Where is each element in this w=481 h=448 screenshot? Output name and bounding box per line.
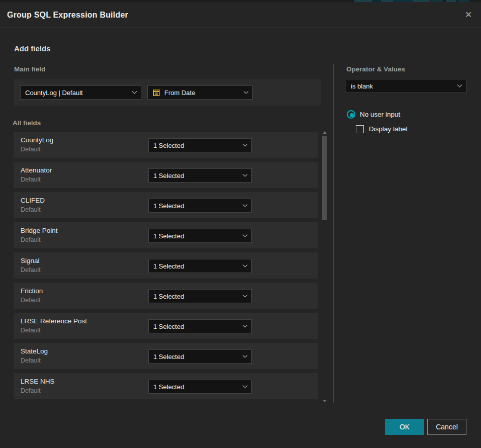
main-field-label: Main field	[14, 65, 45, 73]
field-row-statelog: StateLog Default 1 Selected	[14, 343, 318, 369]
field-selected-value: 1 Selected	[153, 232, 239, 240]
field-selected-dropdown[interactable]: 1 Selected	[148, 199, 252, 213]
dialog-header: Group SQL Expression Builder ✕	[0, 2, 481, 28]
field-selected-value: 1 Selected	[153, 383, 239, 391]
field-name: LRSE Reference Post	[21, 317, 87, 325]
operator-value: is blank	[351, 82, 454, 90]
no-user-input-radio[interactable]	[347, 110, 355, 119]
field-sublabel: Default	[21, 146, 41, 153]
chevron-down-icon	[243, 322, 248, 327]
field-row-friction: Friction Default 1 Selected	[14, 283, 318, 309]
calendar-icon	[152, 88, 160, 97]
field-name: Attenuator	[21, 166, 52, 174]
field-row-attenuator: Attenuator Default 1 Selected	[14, 162, 318, 188]
field-name: LRSE NHS	[21, 378, 55, 385]
field-row-lrse-nhs: LRSE NHS Default 1 Selected	[14, 373, 318, 399]
header-divider	[0, 28, 481, 28]
field-selected-dropdown[interactable]: 1 Selected	[148, 319, 252, 333]
field-name: Bridge Point	[21, 227, 58, 234]
field-name: CLIFED	[21, 197, 45, 204]
field-sublabel: Default	[21, 206, 41, 213]
field-sublabel: Default	[21, 266, 41, 274]
field-selected-dropdown[interactable]: 1 Selected	[148, 168, 252, 183]
field-row-bridge-point: Bridge Point Default 1 Selected	[14, 222, 318, 248]
display-label-checkbox[interactable]	[356, 125, 364, 133]
display-label-label: Display label	[369, 125, 408, 133]
all-fields-label: All fields	[13, 119, 41, 127]
field-row-clifed: CLIFED Default 1 Selected	[14, 192, 318, 218]
radio-selected-dot	[350, 113, 354, 117]
field-selected-dropdown[interactable]: 1 Selected	[148, 259, 252, 273]
field-selected-dropdown[interactable]: 1 Selected	[148, 229, 252, 243]
field-selected-dropdown[interactable]: 1 Selected	[148, 380, 252, 394]
field-name: CountyLog	[21, 136, 53, 144]
scroll-up-icon[interactable]	[323, 131, 327, 134]
field-selected-value: 1 Selected	[153, 353, 239, 361]
chevron-down-icon	[243, 232, 248, 237]
field-selected-value: 1 Selected	[153, 323, 239, 330]
operator-dropdown[interactable]: is blank	[346, 79, 466, 93]
main-field-layer-value: CountyLog | Default	[25, 89, 129, 97]
field-sublabel: Default	[21, 297, 41, 304]
field-selected-value: 1 Selected	[153, 172, 239, 180]
field-row-signal: Signal Default 1 Selected	[14, 252, 318, 279]
field-selected-dropdown[interactable]: 1 Selected	[148, 349, 252, 364]
chevron-down-icon	[243, 171, 248, 176]
cancel-button[interactable]: Cancel	[427, 419, 466, 435]
field-sublabel: Default	[21, 357, 41, 364]
chevron-down-icon	[457, 82, 462, 87]
field-row-countylog: CountyLog Default 1 Selected	[14, 132, 318, 158]
chevron-down-icon	[243, 202, 248, 207]
chevron-down-icon	[243, 292, 248, 297]
field-selected-value: 1 Selected	[153, 142, 239, 149]
main-field-field-value: From Date	[164, 89, 240, 97]
field-sublabel: Default	[21, 327, 41, 334]
chevron-down-icon	[243, 352, 248, 357]
group-sql-expression-builder-dialog: Group SQL Expression Builder ✕ Add field…	[0, 0, 481, 448]
field-selected-value: 1 Selected	[153, 202, 239, 210]
scroll-down-icon[interactable]	[323, 400, 327, 402]
add-fields-heading: Add fields	[14, 44, 51, 53]
field-name: StateLog	[21, 347, 48, 355]
field-selected-dropdown[interactable]: 1 Selected	[148, 138, 252, 152]
main-field-panel: CountyLog | Default From Date	[14, 79, 321, 106]
dialog-title: Group SQL Expression Builder	[7, 2, 128, 28]
chevron-down-icon	[132, 88, 137, 94]
chevron-down-icon	[243, 383, 248, 388]
no-user-input-label: No user input	[360, 111, 400, 118]
scrollbar-thumb[interactable]	[322, 136, 327, 220]
field-selected-dropdown[interactable]: 1 Selected	[148, 289, 252, 303]
list-scrollbar[interactable]	[322, 130, 327, 404]
field-sublabel: Default	[21, 236, 41, 243]
chevron-down-icon	[244, 88, 249, 94]
field-sublabel: Default	[21, 387, 41, 394]
column-divider	[333, 64, 334, 403]
main-field-layer-dropdown[interactable]: CountyLog | Default	[20, 85, 141, 100]
chevron-down-icon	[243, 262, 248, 267]
main-field-field-dropdown[interactable]: From Date	[147, 85, 253, 100]
ok-button[interactable]: OK	[385, 419, 424, 435]
close-icon[interactable]: ✕	[462, 9, 475, 22]
field-row-lrse-reference-post: LRSE Reference Post Default 1 Selected	[14, 313, 318, 339]
field-selected-value: 1 Selected	[153, 262, 239, 270]
field-name: Friction	[21, 287, 43, 295]
field-selected-value: 1 Selected	[153, 293, 239, 300]
operator-values-title: Operator & Values	[346, 65, 405, 73]
field-name: Signal	[21, 257, 40, 264]
field-sublabel: Default	[21, 176, 41, 183]
chevron-down-icon	[243, 141, 248, 146]
